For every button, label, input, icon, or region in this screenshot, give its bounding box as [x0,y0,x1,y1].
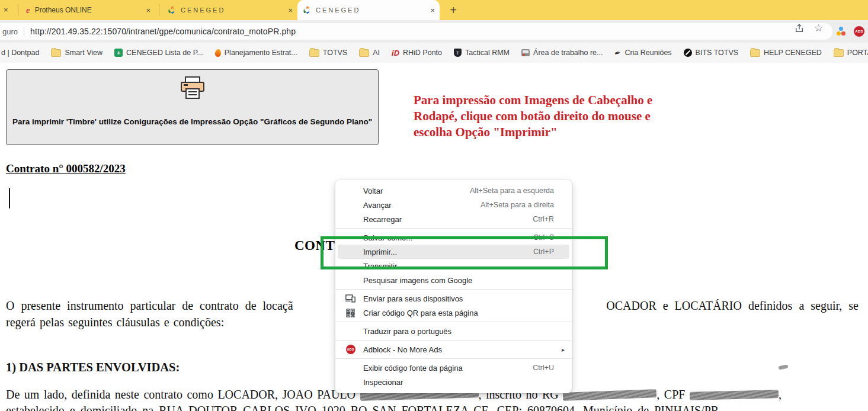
bookmark-area-trabalho[interactable]: Área de trabalho re... [521,49,603,57]
bookmark-ai[interactable]: AI [359,49,380,57]
bookmark-tactical-rmm[interactable]: TTactical RMM [454,49,510,57]
folder-icon [834,49,844,57]
paragraph-line1-right: OCADOR e LOCATÁRIO definidos a seguir, s… [606,299,859,313]
redaction-scribble-rg [563,389,656,401]
bits-icon [684,49,692,57]
menu-item-criar-qr[interactable]: Criar código QR para esta página [335,306,572,320]
ceneged-favicon [167,6,176,15]
menu-item-recarregar[interactable]: RecarregarCtrl+R [335,212,572,226]
offscreen-tab-close-icon[interactable]: × [4,5,8,14]
paragraph-line1-left: O presente instrumento particular de con… [6,299,293,313]
menu-item-traduzir[interactable]: Traduzir para o português [335,324,572,338]
print-instruction-text: Para imprimir 'Timbre' utilize Coniguraç… [7,117,378,126]
sheet-icon: + [114,49,123,57]
menu-separator [335,340,572,341]
menu-separator [335,322,572,322]
menu-item-adblock[interactable]: ADS Adblock - No More Ads ▸ [335,342,572,357]
adblock-icon: ADS [345,345,355,355]
folder-icon [51,49,61,57]
devices-icon [345,294,355,304]
qr-code-icon [345,308,355,318]
tab-close-icon[interactable]: × [288,6,293,15]
shield-icon: T [454,49,462,57]
menu-item-enviar-dispositivos[interactable]: Enviar para seus dispositivos [335,291,572,306]
folder-icon [750,49,760,57]
bookmark-portal-ceneged[interactable]: PORTAL CENEGED [834,49,868,57]
bookmark-bits-totvs[interactable]: BITS TOTVS [684,49,738,57]
browser-toolbar: guro http://201.49.35.22:15070/intranet/… [0,20,868,43]
adblock-extension-icon[interactable]: ADS [854,26,864,37]
menu-separator [335,358,572,359]
bookmark-help-ceneged[interactable]: HELP CENEGED [750,49,822,57]
tab-title: Protheus ONLINE [35,6,92,14]
tab-divider [159,4,159,16]
menu-item-pesquisar-imagens[interactable]: Pesquisar imagens com Google [335,273,572,287]
omnibox-divider [24,27,24,36]
tab-ceneged-1[interactable]: CENEGED × [162,0,297,20]
feather-icon: ✒ [614,47,622,57]
tab-ceneged-2-active[interactable]: CENEGED × [297,0,440,20]
print-instruction-box: Para imprimir 'Timbre' utilize Coniguraç… [6,69,379,145]
ceneged-favicon [302,6,311,15]
tab-close-icon[interactable]: × [430,6,435,15]
tab-protheus-online[interactable]: e Protheus ONLINE × [21,0,155,20]
tab-divider [18,4,18,16]
submenu-arrow-icon: ▸ [562,346,565,353]
bookmark-totvs[interactable]: TOTVS [309,49,347,57]
imprimir-annotation-rectangle [321,236,608,269]
tab-strip: × e Protheus ONLINE × CENEGED × CENEGED … [0,0,868,20]
bookmark-planejamento[interactable]: Planejamento Estrat... [215,49,297,57]
tab-title: CENEGED [316,7,360,14]
context-menu: VoltarAlt+Seta para a esquerda AvançarAl… [335,180,572,393]
security-label-tail: guro [2,27,18,36]
tab-close-icon[interactable]: × [146,6,150,15]
bookmark-star-icon[interactable]: ☆ [814,23,825,34]
new-tab-button[interactable]: + [446,2,461,18]
bookmarks-bar: d | Dontpad Smart View +CENEGED Lista de… [0,43,868,63]
menu-item-exibir-fonte[interactable]: Exibir código fonte da páginaCtrl+U [335,361,572,375]
paragraph-line2: regerá pelas seguintes cláusulas e condi… [6,316,224,329]
folder-icon [359,49,369,57]
bookmark-cria-reunioes[interactable]: ✒Cria Reuniões [614,49,671,57]
section-heading: 1) DAS PARTES ENVOLVIDAS: [6,361,180,374]
printer-icon [179,76,206,104]
menu-separator [335,289,572,290]
redaction-scribble-cpf [690,390,779,400]
folder-icon [309,49,319,57]
omnibox[interactable]: guro http://201.49.35.22:15070/intranet/… [0,23,832,40]
redaction-mark-small [779,364,789,370]
party-paragraph-line2: estabelecido e domiciliado na RUA DOUTOR… [6,404,865,411]
bookmark-rhid-ponto[interactable]: iDRHiD Ponto [392,49,442,57]
bookmark-ceneged-lista[interactable]: +CENEGED Lista de P... [114,49,203,57]
contract-number-heading: Contrato n° 000582/2023 [6,162,126,175]
menu-item-avancar[interactable]: AvançarAlt+Seta para a direita [335,198,572,212]
red-print-notice: Para impressão com Imagens de Cabeçalho … [414,92,710,140]
rhid-icon: iD [392,49,399,57]
monitor-icon [521,49,530,56]
menu-item-voltar[interactable]: VoltarAlt+Seta para a esquerda [335,184,572,198]
url-text[interactable]: http://201.49.35.22:15070/intranet/gpe/c… [30,27,296,36]
protheus-favicon: e [26,6,30,15]
tab-title: CENEGED [181,7,225,14]
bookmark-smart-view[interactable]: Smart View [51,49,103,57]
menu-separator [335,228,572,229]
text-cursor [9,188,10,208]
share-icon[interactable] [794,23,805,34]
bookmark-dontpad[interactable]: d | Dontpad [1,49,39,57]
menu-item-inspecionar[interactable]: Inspecionar [335,375,572,389]
flame-icon [214,49,222,57]
